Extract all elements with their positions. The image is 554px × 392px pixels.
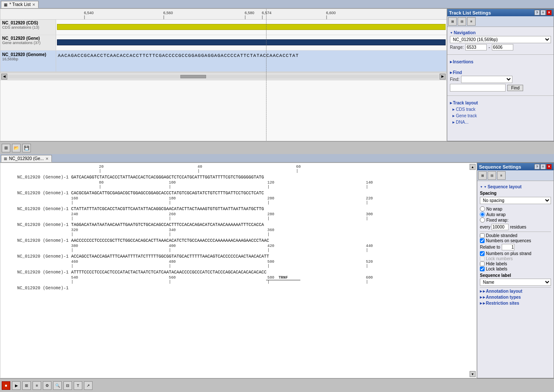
track-layout-header[interactable]: Track layout: [450, 101, 551, 105]
find-button[interactable]: Find: [507, 85, 523, 91]
tl-btn-new[interactable]: ⊞: [2, 144, 10, 152]
ss-tb-2[interactable]: ⊟: [488, 171, 496, 180]
numbers-plus-strand-checkbox[interactable]: [480, 251, 485, 256]
restriction-sites-label: Restriction sites: [486, 301, 519, 306]
run-icon: ▶: [15, 383, 18, 388]
track-layout-section: Track layout CDS track Gene track DNA...: [447, 97, 554, 127]
nav-sequence-select[interactable]: NC_012920 (16,569bp): [450, 36, 551, 43]
seq-label-6: NC_012920 (Genome)-1: [0, 254, 71, 259]
ruler-420: 420|: [267, 244, 274, 252]
navigation-label: Navigation: [454, 30, 476, 35]
seq-scroll-up[interactable]: ▲: [470, 164, 476, 170]
navigation-header[interactable]: Navigation: [450, 30, 551, 35]
lock-numbers-option[interactable]: Lock numbers: [480, 256, 551, 261]
track-settings-menu-btn[interactable]: ≡: [540, 10, 546, 15]
ss-tb-3[interactable]: ≡: [497, 171, 506, 180]
track-settings-close-btn[interactable]: ✕: [546, 10, 552, 15]
gene-track-item[interactable]: Gene track: [450, 113, 551, 119]
seq-tab-close[interactable]: ✕: [45, 157, 49, 161]
track-settings-help-btn[interactable]: ?: [534, 10, 540, 15]
scroll-thumb[interactable]: [180, 75, 206, 78]
seq-layout-header[interactable]: ▼ Sequence layout: [480, 184, 551, 189]
annotation-types-header[interactable]: ▶ Annotation types: [480, 295, 551, 300]
find-row: Find: NC_012920 (CDS)NC_012920 (Gene)NC_…: [450, 76, 551, 83]
track-list-content: 6,540 | 6,560 | 6,580 | 6,574 | 6,600 | …: [0, 9, 554, 141]
seq-seq-5: AACCCCCCCTCCCCCGCTTCTGGCCACAGCACTTAAACAC…: [71, 238, 269, 243]
ruler-560: 560|: [169, 276, 176, 284]
ss-menu-btn[interactable]: ≡: [540, 164, 546, 169]
cds-track-item[interactable]: CDS track: [450, 106, 551, 113]
numbers-plus-strand-option[interactable]: Numbers on plus strand: [480, 251, 551, 256]
double-stranded-checkbox[interactable]: [480, 233, 485, 238]
tl-btn-open[interactable]: 📂: [12, 144, 21, 152]
sb-btn-6[interactable]: 🔍: [53, 381, 62, 390]
ss-tb-1[interactable]: ⊞: [478, 171, 487, 180]
track-scrollbar[interactable]: ◀ ▶: [0, 72, 446, 80]
ann-layout-arrow: ▶: [483, 290, 485, 293]
lock-labels-option[interactable]: Lock labels: [480, 267, 551, 271]
scroll-right-btn[interactable]: ▶: [440, 74, 446, 80]
range-end-input[interactable]: [492, 44, 513, 50]
scroll-left-btn[interactable]: ◀: [1, 74, 7, 80]
grid-icon: ⊞: [25, 383, 28, 388]
hide-labels-checkbox[interactable]: [480, 261, 485, 266]
lock-labels-checkbox[interactable]: [480, 267, 485, 271]
sb-btn-7[interactable]: ⊟: [63, 381, 72, 390]
ruler-460: 460|: [71, 260, 78, 268]
no-wrap-radio[interactable]: [480, 206, 485, 211]
ruler-mark-574: 6,574: [262, 11, 272, 15]
sb-btn-5[interactable]: ⚙: [43, 381, 51, 390]
no-wrap-option[interactable]: No wrap: [480, 206, 551, 211]
relative-to-input[interactable]: [502, 244, 515, 250]
auto-wrap-radio[interactable]: [480, 212, 485, 217]
scroll-track[interactable]: [8, 75, 439, 78]
ruler-220: 220|: [366, 196, 373, 205]
insertions-section: Insertions: [447, 56, 554, 67]
numbers-on-seq-checkbox[interactable]: [480, 238, 485, 243]
insertions-label: Insertions: [453, 59, 473, 64]
find-header[interactable]: Find: [450, 70, 551, 75]
find-text-input[interactable]: [450, 84, 506, 92]
dna-track-item[interactable]: DNA...: [450, 119, 551, 125]
relative-to-row: Relative to: [480, 244, 551, 250]
seq-label-5: NC_012920 (Genome)-1: [0, 238, 71, 243]
ss-close-btn[interactable]: ✕: [546, 164, 552, 169]
tl-btn-save[interactable]: 💾: [22, 144, 31, 152]
fixed-wrap-option[interactable]: Fixed wrap:: [480, 217, 551, 223]
sb-btn-9[interactable]: ↗: [84, 381, 93, 390]
ann-types-arrow: ▶: [483, 296, 485, 299]
fixed-wrap-radio[interactable]: [480, 217, 485, 223]
seq-line-1: NC_012920 (Genome)-1 GATCACAGGTCTATCACCC…: [0, 175, 476, 180]
sb-btn-1[interactable]: ■: [2, 381, 10, 390]
seq-scroll-down[interactable]: ▼: [470, 371, 476, 377]
seq-ruler-4: 240| 260| 280| 300|: [71, 212, 476, 222]
cds-track-row: NC_012920 (CDS) CDS annotations (13): [0, 20, 446, 35]
double-stranded-option[interactable]: Double stranded: [480, 233, 551, 238]
ts-btn-2[interactable]: ⊟: [458, 17, 466, 26]
spacing-select[interactable]: No spacingSingle spacingDouble spacing: [480, 197, 551, 204]
sb-btn-8[interactable]: T: [74, 381, 82, 390]
track-list-tab[interactable]: ▦ * Track List ✕: [1, 1, 39, 8]
ruler-tick-574: |: [262, 15, 263, 19]
hide-labels-option[interactable]: Hide labels: [480, 261, 551, 266]
numbers-on-seq-option[interactable]: Numbers on sequences: [480, 238, 551, 243]
restriction-sites-header[interactable]: ▶ Restriction sites: [480, 301, 551, 306]
settings-icon: ⚙: [45, 383, 49, 388]
ruler-500: 500|: [267, 260, 274, 268]
ts-btn-1[interactable]: ⊞: [448, 17, 457, 26]
ss-help-btn[interactable]: ?: [534, 164, 540, 169]
sb-btn-3[interactable]: ⊞: [22, 381, 31, 390]
range-start-input[interactable]: [465, 44, 487, 50]
sb-btn-2[interactable]: ▶: [12, 381, 21, 390]
seq-label-select[interactable]: Name: [480, 279, 551, 286]
track-area: 6,540 | 6,560 | 6,580 | 6,574 | 6,600 | …: [0, 9, 447, 141]
sb-btn-4[interactable]: ≡: [33, 381, 41, 390]
annotation-layout-header[interactable]: ▶ Annotation layout: [480, 289, 551, 294]
auto-wrap-option[interactable]: Auto wrap: [480, 212, 551, 217]
find-tracks-select[interactable]: NC_012920 (CDS)NC_012920 (Gene)NC_012920…: [461, 76, 512, 83]
seq-tab[interactable]: ⊞ NC_012920 (Ge... ✕: [1, 155, 52, 162]
insertions-header[interactable]: Insertions: [450, 59, 551, 64]
track-list-tab-close[interactable]: ✕: [32, 3, 36, 7]
every-input[interactable]: [491, 224, 509, 230]
ts-btn-3[interactable]: ≡: [467, 17, 476, 26]
